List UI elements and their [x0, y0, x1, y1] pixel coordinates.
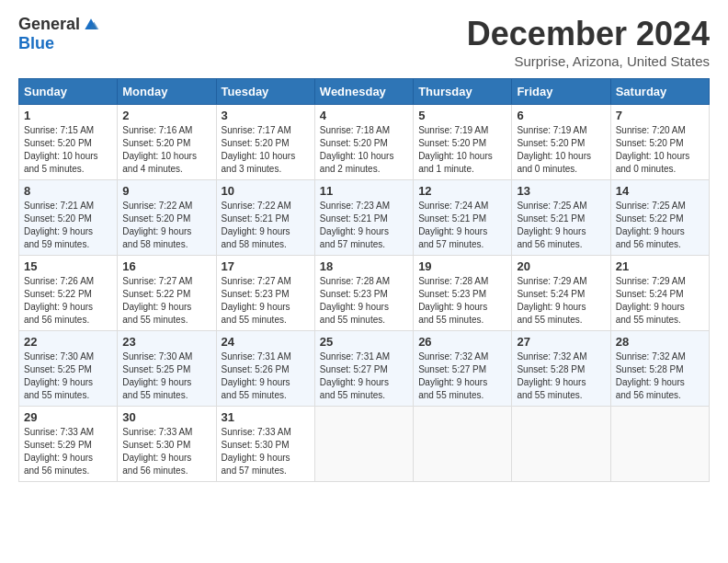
day-number: 24	[222, 335, 310, 349]
day-info: Sunrise: 7:32 AM Sunset: 5:28 PM Dayligh…	[517, 350, 605, 402]
day-info: Sunrise: 7:33 AM Sunset: 5:30 PM Dayligh…	[122, 426, 210, 477]
calendar-cell: 17Sunrise: 7:27 AM Sunset: 5:23 PM Dayli…	[216, 256, 314, 331]
day-number: 31	[222, 410, 310, 424]
day-info: Sunrise: 7:30 AM Sunset: 5:25 PM Dayligh…	[122, 350, 210, 402]
day-number: 19	[418, 259, 506, 273]
calendar-cell: 15Sunrise: 7:26 AM Sunset: 5:22 PM Dayli…	[19, 256, 118, 331]
logo-blue-text: Blue	[18, 34, 54, 53]
weekday-header-saturday: Saturday	[610, 79, 709, 105]
day-number: 25	[320, 335, 408, 349]
calendar-cell	[314, 407, 413, 482]
calendar-cell: 18Sunrise: 7:28 AM Sunset: 5:23 PM Dayli…	[314, 256, 413, 331]
day-info: Sunrise: 7:33 AM Sunset: 5:30 PM Dayligh…	[222, 426, 310, 477]
calendar-week-row: 1Sunrise: 7:15 AM Sunset: 5:20 PM Daylig…	[19, 105, 710, 180]
day-number: 5	[418, 109, 506, 122]
calendar-table: SundayMondayTuesdayWednesdayThursdayFrid…	[18, 78, 710, 482]
calendar-cell: 30Sunrise: 7:33 AM Sunset: 5:30 PM Dayli…	[118, 407, 216, 482]
day-number: 12	[418, 184, 506, 198]
logo-general-text: General	[18, 15, 80, 34]
weekday-header-sunday: Sunday	[19, 79, 118, 105]
day-number: 22	[24, 335, 112, 349]
weekday-header-friday: Friday	[512, 79, 610, 105]
calendar-cell: 4Sunrise: 7:18 AM Sunset: 5:20 PM Daylig…	[314, 105, 413, 180]
calendar-cell: 7Sunrise: 7:20 AM Sunset: 5:20 PM Daylig…	[610, 105, 709, 180]
logo: General Blue	[18, 15, 100, 53]
day-number: 2	[122, 109, 210, 122]
day-number: 14	[616, 184, 704, 198]
calendar-week-row: 15Sunrise: 7:26 AM Sunset: 5:22 PM Dayli…	[19, 256, 710, 331]
calendar-cell	[512, 407, 610, 482]
weekday-header-thursday: Thursday	[414, 79, 512, 105]
day-number: 9	[122, 184, 210, 198]
day-info: Sunrise: 7:27 AM Sunset: 5:23 PM Dayligh…	[222, 275, 310, 327]
calendar-cell: 21Sunrise: 7:29 AM Sunset: 5:24 PM Dayli…	[610, 256, 709, 331]
logo-icon	[82, 16, 100, 34]
day-number: 11	[320, 184, 408, 198]
day-info: Sunrise: 7:21 AM Sunset: 5:20 PM Dayligh…	[24, 200, 112, 251]
day-info: Sunrise: 7:27 AM Sunset: 5:22 PM Dayligh…	[122, 275, 210, 327]
day-info: Sunrise: 7:24 AM Sunset: 5:21 PM Dayligh…	[418, 200, 506, 251]
day-info: Sunrise: 7:30 AM Sunset: 5:25 PM Dayligh…	[24, 350, 112, 402]
calendar-cell: 20Sunrise: 7:29 AM Sunset: 5:24 PM Dayli…	[512, 256, 610, 331]
calendar-cell: 23Sunrise: 7:30 AM Sunset: 5:25 PM Dayli…	[118, 331, 216, 407]
title-area: December 2024 Surprise, Arizona, United …	[467, 15, 710, 69]
day-info: Sunrise: 7:29 AM Sunset: 5:24 PM Dayligh…	[517, 275, 605, 327]
calendar-cell: 25Sunrise: 7:31 AM Sunset: 5:27 PM Dayli…	[314, 331, 413, 407]
calendar-week-row: 8Sunrise: 7:21 AM Sunset: 5:20 PM Daylig…	[19, 180, 710, 256]
day-number: 4	[320, 109, 408, 122]
calendar-cell	[414, 407, 512, 482]
day-info: Sunrise: 7:32 AM Sunset: 5:28 PM Dayligh…	[616, 350, 704, 402]
day-info: Sunrise: 7:31 AM Sunset: 5:27 PM Dayligh…	[320, 350, 408, 402]
day-info: Sunrise: 7:33 AM Sunset: 5:29 PM Dayligh…	[24, 426, 112, 477]
calendar-cell: 19Sunrise: 7:28 AM Sunset: 5:23 PM Dayli…	[414, 256, 512, 331]
calendar-cell: 22Sunrise: 7:30 AM Sunset: 5:25 PM Dayli…	[19, 331, 118, 407]
day-info: Sunrise: 7:22 AM Sunset: 5:20 PM Dayligh…	[122, 200, 210, 251]
day-number: 15	[24, 259, 112, 273]
calendar-cell: 8Sunrise: 7:21 AM Sunset: 5:20 PM Daylig…	[19, 180, 118, 256]
calendar-cell: 9Sunrise: 7:22 AM Sunset: 5:20 PM Daylig…	[118, 180, 216, 256]
calendar-cell: 3Sunrise: 7:17 AM Sunset: 5:20 PM Daylig…	[216, 105, 314, 180]
calendar-cell: 12Sunrise: 7:24 AM Sunset: 5:21 PM Dayli…	[414, 180, 512, 256]
day-number: 8	[24, 184, 112, 198]
day-info: Sunrise: 7:15 AM Sunset: 5:20 PM Dayligh…	[24, 124, 112, 176]
day-info: Sunrise: 7:18 AM Sunset: 5:20 PM Dayligh…	[320, 124, 408, 176]
day-number: 10	[222, 184, 310, 198]
day-info: Sunrise: 7:25 AM Sunset: 5:21 PM Dayligh…	[517, 200, 605, 251]
weekday-header-tuesday: Tuesday	[216, 79, 314, 105]
calendar-cell	[610, 407, 709, 482]
day-info: Sunrise: 7:16 AM Sunset: 5:20 PM Dayligh…	[122, 124, 210, 176]
calendar-cell: 16Sunrise: 7:27 AM Sunset: 5:22 PM Dayli…	[118, 256, 216, 331]
day-info: Sunrise: 7:29 AM Sunset: 5:24 PM Dayligh…	[616, 275, 704, 327]
calendar-cell: 24Sunrise: 7:31 AM Sunset: 5:26 PM Dayli…	[216, 331, 314, 407]
day-info: Sunrise: 7:25 AM Sunset: 5:22 PM Dayligh…	[616, 200, 704, 251]
day-number: 29	[24, 410, 112, 424]
page-header: General Blue December 2024 Surprise, Ari…	[18, 15, 710, 69]
weekday-header-wednesday: Wednesday	[314, 79, 413, 105]
weekday-header-row: SundayMondayTuesdayWednesdayThursdayFrid…	[19, 79, 710, 105]
weekday-header-monday: Monday	[118, 79, 216, 105]
day-info: Sunrise: 7:19 AM Sunset: 5:20 PM Dayligh…	[418, 124, 506, 176]
day-number: 17	[222, 259, 310, 273]
day-info: Sunrise: 7:20 AM Sunset: 5:20 PM Dayligh…	[616, 124, 704, 176]
day-info: Sunrise: 7:17 AM Sunset: 5:20 PM Dayligh…	[222, 124, 310, 176]
day-number: 30	[122, 410, 210, 424]
calendar-cell: 1Sunrise: 7:15 AM Sunset: 5:20 PM Daylig…	[19, 105, 118, 180]
calendar-cell: 31Sunrise: 7:33 AM Sunset: 5:30 PM Dayli…	[216, 407, 314, 482]
day-info: Sunrise: 7:31 AM Sunset: 5:26 PM Dayligh…	[222, 350, 310, 402]
calendar-week-row: 22Sunrise: 7:30 AM Sunset: 5:25 PM Dayli…	[19, 331, 710, 407]
calendar-cell: 5Sunrise: 7:19 AM Sunset: 5:20 PM Daylig…	[414, 105, 512, 180]
day-number: 28	[616, 335, 704, 349]
day-number: 7	[616, 109, 704, 122]
month-title: December 2024	[467, 15, 710, 53]
calendar-cell: 29Sunrise: 7:33 AM Sunset: 5:29 PM Dayli…	[19, 407, 118, 482]
day-info: Sunrise: 7:23 AM Sunset: 5:21 PM Dayligh…	[320, 200, 408, 251]
day-number: 3	[222, 109, 310, 122]
day-info: Sunrise: 7:28 AM Sunset: 5:23 PM Dayligh…	[320, 275, 408, 327]
calendar-cell: 6Sunrise: 7:19 AM Sunset: 5:20 PM Daylig…	[512, 105, 610, 180]
calendar-cell: 10Sunrise: 7:22 AM Sunset: 5:21 PM Dayli…	[216, 180, 314, 256]
calendar-cell: 28Sunrise: 7:32 AM Sunset: 5:28 PM Dayli…	[610, 331, 709, 407]
calendar-cell: 14Sunrise: 7:25 AM Sunset: 5:22 PM Dayli…	[610, 180, 709, 256]
day-number: 23	[122, 335, 210, 349]
day-info: Sunrise: 7:26 AM Sunset: 5:22 PM Dayligh…	[24, 275, 112, 327]
day-number: 16	[122, 259, 210, 273]
